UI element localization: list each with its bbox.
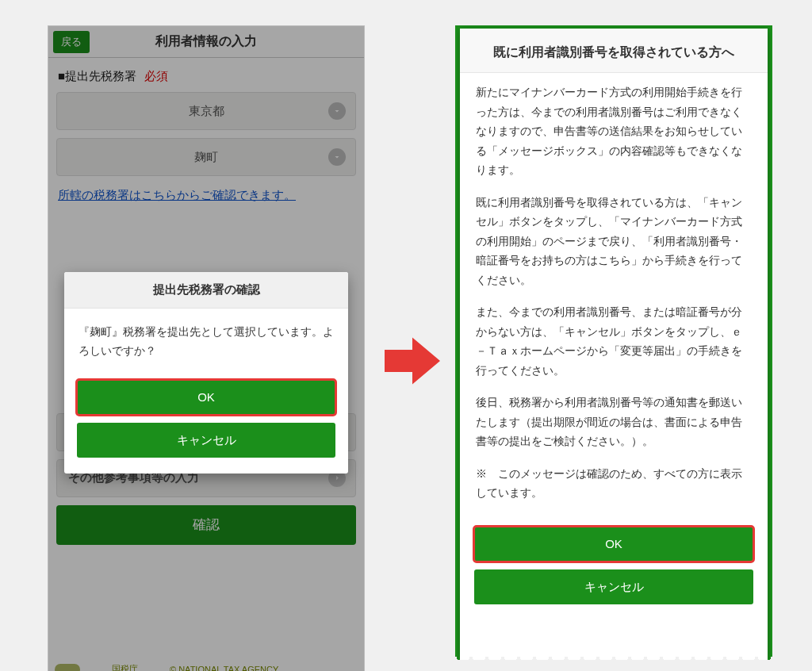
footer-org: 国税庁 xyxy=(112,663,138,671)
torn-edge-decoration xyxy=(455,657,772,671)
dialog-title: 提出先税務署の確認 xyxy=(64,272,348,309)
ok-button[interactable]: OK xyxy=(474,527,753,562)
ok-button[interactable]: OK xyxy=(77,380,335,415)
confirm-button[interactable]: 確認 xyxy=(56,505,356,545)
office-select[interactable]: 麹町 xyxy=(56,138,356,176)
prefecture-value: 東京都 xyxy=(189,104,224,119)
nta-logo-icon xyxy=(55,664,80,672)
field-label-row: ■提出先税務署 必須 xyxy=(58,69,356,84)
flow-arrow-icon xyxy=(385,333,440,389)
left-screen: 戻る 利用者情報の入力 ■提出先税務署 必須 東京都 麹町 所轄の税務署はこちら… xyxy=(48,25,365,671)
prefecture-select[interactable]: 東京都 xyxy=(56,92,356,130)
chevron-down-icon xyxy=(328,148,346,166)
office-value: 麹町 xyxy=(194,150,218,165)
confirm-tax-office-dialog: 提出先税務署の確認 『麹町』税務署を提出先として選択しています。よろしいですか？… xyxy=(64,272,348,474)
dialog-paragraph: 既に利用者識別番号を取得されている方は、「キャンセル」ボタンをタップし、「マイナ… xyxy=(476,193,752,290)
chevron-down-icon xyxy=(328,102,346,120)
back-button[interactable]: 戻る xyxy=(53,31,90,53)
dialog-title: 既に利用者識別番号を取得されている方へ xyxy=(460,29,768,73)
dialog-paragraph: また、今までの利用者識別番号、または暗証番号が分からない方は、「キャンセル」ボタ… xyxy=(476,302,752,380)
page-title: 利用者情報の入力 xyxy=(48,33,364,50)
jurisdiction-link[interactable]: 所轄の税務署はこちらからご確認できます。 xyxy=(58,184,354,207)
footer-copy: © NATIONAL TAX AGENCY xyxy=(170,665,278,672)
existing-userid-dialog: 既に利用者識別番号を取得されている方へ 新たにマイナンバーカード方式の利用開始手… xyxy=(460,29,768,660)
dialog-paragraph: ※ このメッセージは確認のため、すべての方に表示しています。 xyxy=(476,464,752,503)
dialog-paragraph: 新たにマイナンバーカード方式の利用開始手続きを行った方は、今までの利用者識別番号… xyxy=(476,82,752,180)
dialog-body: 新たにマイナンバーカード方式の利用開始手続きを行った方は、今までの利用者識別番号… xyxy=(460,73,768,519)
field-label: ■提出先税務署 xyxy=(58,69,136,84)
right-screen: 既に利用者識別番号を取得されている方へ 新たにマイナンバーカード方式の利用開始手… xyxy=(455,25,772,660)
cancel-button[interactable]: キャンセル xyxy=(474,569,753,604)
cancel-button[interactable]: キャンセル xyxy=(77,423,335,458)
dialog-paragraph: 後日、税務署から利用者識別番号等の通知書を郵送いたします（提出期限が間近の場合は… xyxy=(476,393,752,451)
dialog-body: 『麹町』税務署を提出先として選択しています。よろしいですか？ xyxy=(64,309,348,367)
footer: 国税庁 © NATIONAL TAX AGENCY xyxy=(48,663,364,671)
required-badge: 必須 xyxy=(144,69,168,84)
left-header: 戻る 利用者情報の入力 xyxy=(48,26,364,58)
